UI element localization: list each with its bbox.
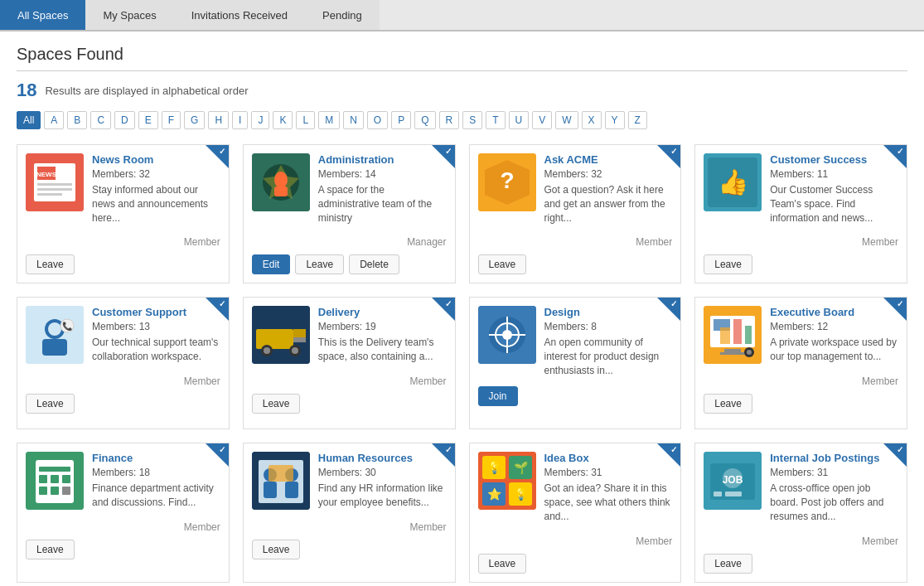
alpha-btn-k[interactable]: K (273, 111, 293, 129)
svg-rect-41 (733, 319, 742, 344)
space-title[interactable]: Administration (318, 153, 447, 166)
alpha-btn-f[interactable]: F (162, 111, 181, 129)
card-actions: Leave (17, 254, 229, 283)
alpha-btn-o[interactable]: O (367, 111, 388, 129)
tab-my-spaces[interactable]: My Spaces (85, 0, 173, 30)
space-title[interactable]: Customer Success (770, 153, 898, 166)
svg-rect-27 (293, 337, 306, 342)
svg-text:JOB: JOB (723, 474, 743, 486)
alpha-btn-y[interactable]: Y (605, 111, 625, 129)
edit-button[interactable]: Edit (252, 254, 291, 274)
space-card-administration: Administration Members: 14 A space for t… (243, 144, 456, 283)
alpha-btn-i[interactable]: I (232, 111, 248, 129)
space-title[interactable]: Internal Job Postings (770, 452, 898, 464)
card-inner: NEWS News Room Members: 32 Stay informed… (17, 145, 229, 233)
alpha-btn-a[interactable]: A (44, 111, 64, 129)
svg-rect-54 (39, 487, 47, 495)
space-role: Member (26, 236, 220, 248)
svg-rect-45 (720, 352, 745, 355)
alpha-btn-w[interactable]: W (555, 111, 578, 129)
card-footer: Member (695, 372, 907, 394)
space-role: Member (26, 521, 220, 533)
space-members: Members: 32 (92, 168, 220, 180)
space-title[interactable]: Ask ACME (544, 153, 673, 166)
space-title[interactable]: Design (544, 306, 673, 318)
card-inner: 👍 Customer Success Members: 11 Our Custo… (695, 145, 907, 233)
card-info: Customer Success Members: 11 Our Custome… (770, 153, 898, 225)
space-desc: Stay informed about our news and announc… (92, 183, 220, 225)
alpha-btn-t[interactable]: T (486, 111, 505, 129)
alpha-btn-g[interactable]: G (184, 111, 205, 129)
member-badge (432, 145, 455, 168)
alpha-btn-all[interactable]: All (17, 111, 41, 129)
space-title[interactable]: Human Resources (318, 452, 447, 464)
space-role: Member (478, 236, 673, 248)
leave-button[interactable]: Leave (478, 254, 527, 274)
space-card-delivery: Delivery Members: 19 This is the Deliver… (243, 297, 456, 429)
svg-rect-52 (51, 475, 59, 483)
alpha-btn-s[interactable]: S (462, 111, 482, 129)
member-badge (657, 145, 680, 168)
space-title[interactable]: Delivery (318, 306, 447, 318)
svg-text:⭐: ⭐ (486, 487, 501, 501)
leave-button[interactable]: Leave (252, 540, 301, 559)
alpha-btn-r[interactable]: R (439, 111, 460, 129)
card-info: Finance Members: 18 Finance department a… (92, 452, 220, 510)
alpha-btn-v[interactable]: V (532, 111, 552, 129)
tab-invitations-received[interactable]: Invitations Received (174, 0, 305, 30)
alpha-btn-e[interactable]: E (138, 111, 158, 129)
space-members: Members: 14 (318, 168, 447, 180)
space-members: Members: 8 (544, 321, 673, 332)
alpha-btn-d[interactable]: D (114, 111, 135, 129)
card-info: Administration Members: 14 A space for t… (318, 153, 447, 225)
space-title[interactable]: Executive Board (770, 306, 898, 318)
alpha-btn-h[interactable]: H (208, 111, 229, 129)
delete-button[interactable]: Delete (349, 254, 399, 274)
leave-button[interactable]: Leave (26, 540, 75, 559)
card-inner: 📞 Customer Support Members: 13 Our techn… (17, 298, 229, 372)
tab-pending[interactable]: Pending (305, 0, 380, 30)
alpha-btn-l[interactable]: L (296, 111, 315, 129)
count-label: Results are displayed in alphabetical or… (45, 85, 248, 97)
svg-rect-61 (264, 482, 277, 498)
alpha-btn-z[interactable]: Z (628, 111, 647, 129)
alpha-btn-n[interactable]: N (343, 111, 364, 129)
tab-all-spaces[interactable]: All Spaces (0, 0, 85, 30)
leave-button[interactable]: Leave (252, 394, 301, 414)
alpha-btn-u[interactable]: U (509, 111, 530, 129)
leave-button[interactable]: Leave (295, 254, 344, 274)
svg-rect-21 (42, 339, 67, 356)
leave-button[interactable]: Leave (704, 394, 752, 414)
space-card-askacme: ? Ask ACME Members: 32 Got a question? A… (469, 144, 682, 283)
leave-button[interactable]: Leave (26, 254, 75, 274)
leave-button[interactable]: Leave (704, 254, 752, 274)
svg-text:?: ? (500, 167, 514, 193)
card-actions: Leave (244, 540, 455, 568)
space-role: Member (704, 535, 898, 547)
join-button[interactable]: Join (478, 386, 518, 406)
leave-button[interactable]: Leave (26, 394, 75, 414)
alpha-btn-x[interactable]: X (582, 111, 602, 129)
spaces-grid: NEWS News Room Members: 32 Stay informed… (17, 144, 907, 583)
alpha-btn-q[interactable]: Q (414, 111, 435, 129)
alpha-btn-m[interactable]: M (318, 111, 340, 129)
space-title[interactable]: Idea Box (544, 452, 673, 464)
space-title[interactable]: News Room (92, 153, 220, 166)
leave-button[interactable]: Leave (704, 554, 752, 574)
space-card-internaljob: JOB Internal Job Postings Members: 31 A … (694, 443, 907, 582)
alpha-btn-b[interactable]: B (67, 111, 87, 129)
svg-point-20 (48, 322, 61, 336)
space-card-finance: Finance Members: 18 Finance department a… (17, 443, 230, 582)
space-title[interactable]: Finance (92, 452, 220, 464)
svg-point-31 (292, 347, 298, 354)
alpha-btn-p[interactable]: P (391, 111, 411, 129)
card-actions: Leave (695, 554, 907, 582)
spaces-count: 18 (17, 80, 36, 101)
space-title[interactable]: Customer Support (92, 306, 220, 318)
alpha-btn-c[interactable]: C (90, 111, 111, 129)
tab-bar: All Spaces My Spaces Invitations Receive… (0, 0, 924, 31)
alpha-btn-j[interactable]: J (251, 111, 269, 129)
space-desc: A space for the administrative team of t… (318, 183, 447, 225)
space-role: Member (252, 521, 447, 533)
leave-button[interactable]: Leave (478, 554, 527, 574)
